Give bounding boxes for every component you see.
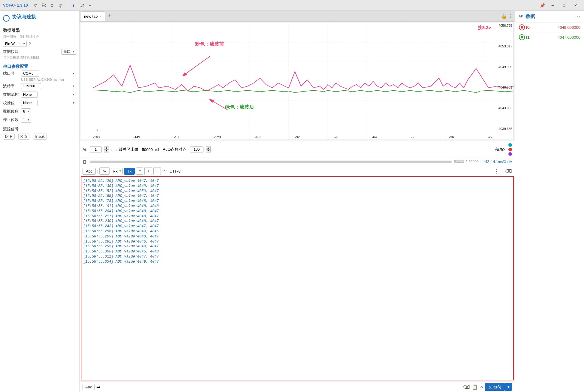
baud-select[interactable]: 115200 <box>21 83 41 89</box>
serial-monitor: [15:58:55.126] ADC_value:4047, 4047[15:5… <box>81 176 514 380</box>
y-label-2: 4049.909 <box>494 65 512 69</box>
plus-button[interactable]: + <box>144 167 152 175</box>
toolbar-clear-button[interactable]: ⌫ <box>505 168 512 174</box>
toolbar-more-button[interactable]: ⋮ <box>494 168 499 174</box>
port-label: 端口号 <box>3 71 21 76</box>
tab-add-button[interactable]: + <box>106 13 113 20</box>
flow-select-wrap[interactable]: None <box>21 92 76 98</box>
x-label-10: -22 <box>488 135 492 139</box>
lock-icon[interactable]: 🔒 <box>501 13 507 19</box>
port-select-wrap[interactable]: COM6 <box>21 71 76 77</box>
right-more-button[interactable]: ⋯ <box>575 13 580 20</box>
y-label-5: 4039.685 <box>494 127 512 131</box>
minus-button[interactable]: − <box>153 167 161 175</box>
i1-circle-icon <box>519 34 525 40</box>
auto-points-down[interactable]: ▼ <box>206 149 211 152</box>
sidebar-header: 协议与连接 <box>3 14 76 23</box>
dtr-button[interactable]: DTR <box>3 134 15 140</box>
voltage-label: 接3.3v <box>478 25 491 31</box>
rts-button[interactable]: RTS <box>18 134 30 140</box>
titlebar: VOFA+ 1.3.10 ▽ ⛓ ⚙ ◎ ℹ ⎇ « 📌 ─ □ ✕ <box>0 0 584 11</box>
pin-icon[interactable]: 📌 <box>540 3 545 8</box>
stopbits-select[interactable]: 1 <box>21 117 31 123</box>
send-button[interactable]: 发送(S) <box>485 383 505 391</box>
i0-dot <box>521 26 523 29</box>
serial-line: [15:58:55.269] ADC_value:4048, 4047 <box>83 234 511 239</box>
send-dropdown-button[interactable]: ▼ <box>505 383 512 391</box>
back-icon[interactable]: « <box>87 2 94 9</box>
baud-select-wrap[interactable]: 115200 <box>21 83 76 89</box>
buffer-value: 50000 <box>142 147 153 152</box>
serial-line: [15:58:55.321] ADC_value:4047, 4047 <box>83 254 511 259</box>
engine-help-icon[interactable]: ? <box>29 41 31 46</box>
minimize-button[interactable]: ─ <box>547 1 558 10</box>
active-tab[interactable]: new tab × <box>81 11 105 21</box>
engine-select-wrap[interactable]: FireWater <box>3 41 27 47</box>
serial-line: [15:58:55.139] ADC_value:4049, 4047 <box>83 184 511 189</box>
window-controls: ─ □ ✕ <box>547 1 581 10</box>
databits-select[interactable]: 8 <box>21 108 31 114</box>
data-engine-help: 点击问号：前往详细文档 <box>3 35 76 39</box>
delta-t-input[interactable] <box>90 146 102 152</box>
copy-icon[interactable]: 📋 <box>472 384 478 390</box>
info-icon[interactable]: ℹ <box>70 2 77 9</box>
databits-select-wrap[interactable]: 8 <box>21 108 31 114</box>
data-engine-section: 数据引擎 点击问号：前往详细文档 FireWater ? <box>3 25 76 49</box>
parity-select-wrap[interactable]: None <box>21 100 76 106</box>
port-select[interactable]: COM6 <box>21 71 39 77</box>
more-icon[interactable]: ⋮ <box>508 13 513 19</box>
serial-config-title: 串口参数配置 <box>3 64 76 69</box>
auto-points-input[interactable] <box>190 146 203 152</box>
abc-button[interactable]: Abc <box>83 168 96 175</box>
fingerprint-icon[interactable]: ⎇ <box>79 2 85 9</box>
trash-button[interactable]: 🗑 <box>83 159 87 164</box>
input-bar: Abc ➡ ⌫ 📋 \n 发送(S) ▼ <box>80 381 515 392</box>
newline-label: \n <box>480 385 483 389</box>
stopbits-select-wrap[interactable]: 1 <box>21 117 31 123</box>
flow-select[interactable]: None <box>21 92 38 98</box>
data-row-i0: I0 4049.000000 <box>515 23 584 32</box>
dropdown-icon[interactable]: ▽ <box>32 2 39 9</box>
break-button[interactable]: Break <box>33 134 47 140</box>
color-dots <box>508 143 512 156</box>
tools-icon[interactable]: ⚙ <box>49 2 56 9</box>
tab-close-button[interactable]: × <box>100 14 102 18</box>
delta-t-down[interactable]: ▼ <box>104 149 109 152</box>
target-icon[interactable]: ◎ <box>57 2 64 9</box>
eraser-icon[interactable]: ⌫ <box>463 384 470 390</box>
i0-value: 4049.000000 <box>558 25 580 30</box>
x-label-1: -149 <box>134 135 140 139</box>
i0-label: I0 <box>526 25 532 30</box>
x-label-8: -50 <box>411 135 415 139</box>
link-icon[interactable]: ⛓ <box>41 2 47 9</box>
wave-button[interactable]: ∿ <box>99 167 110 175</box>
serial-line: [15:58:55.165] ADC_value:4047, 4047 <box>83 194 511 199</box>
tx-button[interactable]: Tx <box>124 168 135 175</box>
parity-select[interactable]: None <box>21 100 38 106</box>
x-axis-labels: -163 -149 -135 -120 -106 -92 -78 -64 -50… <box>93 135 492 139</box>
serial-line: [15:58:55.204] ADC_value:4048, 4047 <box>83 209 511 214</box>
chart-area: 4056.725 4053.317 4049.909 4046.501 4043… <box>81 23 514 140</box>
interface-row: 数据接口 串口 <box>3 49 76 55</box>
progress-track[interactable] <box>90 161 452 163</box>
engine-select[interactable]: FireWater <box>3 41 27 47</box>
format-button[interactable]: ≡ <box>136 167 143 175</box>
delta-t-up[interactable]: ▲ <box>104 146 109 149</box>
x-label-0: -163 <box>93 135 100 139</box>
auto-points-up[interactable]: ▲ <box>206 146 211 149</box>
maximize-button[interactable]: □ <box>559 1 570 10</box>
rx-select[interactable]: Rx <box>111 168 123 174</box>
interface-select[interactable]: 串口 <box>61 49 76 55</box>
progress-time: 14.1ms/X-div <box>491 160 512 164</box>
progress-fill <box>90 161 452 163</box>
connection-circle-icon[interactable] <box>3 15 10 22</box>
sidebar: 协议与连接 数据引擎 点击问号：前往详细文档 FireWater ? 数据接口 <box>0 11 80 392</box>
flow-label: 数据流控 <box>3 92 21 97</box>
data-interface-label: 数据接口 <box>3 49 19 54</box>
input-actions: ⌫ 📋 \n 发送(S) ▼ <box>463 383 512 391</box>
close-button[interactable]: ✕ <box>570 1 581 10</box>
ms-label: ms <box>111 147 116 152</box>
input-arrow-icon[interactable]: ➡ <box>96 384 100 390</box>
rx-select-wrap[interactable]: Rx <box>111 168 123 174</box>
interface-select-wrap[interactable]: 串口 <box>61 49 76 55</box>
